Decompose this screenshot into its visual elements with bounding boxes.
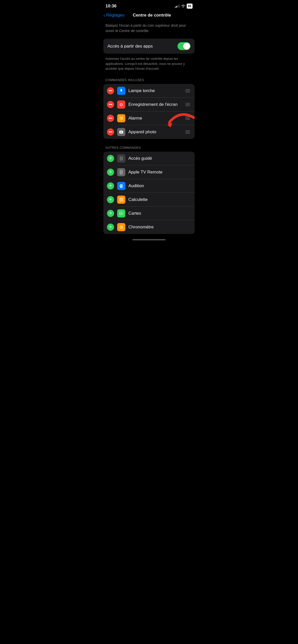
list-item: Appareil photo — [103, 125, 195, 139]
app-icon-lampe — [117, 87, 125, 95]
app-icon-enreg — [117, 100, 125, 109]
status-bar: 10:36 93 — [99, 0, 199, 11]
svg-rect-15 — [120, 198, 121, 199]
other-commands-list: Accès guidé Apple TV Remote Audition — [103, 152, 195, 234]
svg-rect-13 — [121, 173, 121, 173]
remove-button-enreg[interactable] — [107, 101, 114, 108]
page-title: Centre de contrôle — [125, 13, 180, 18]
other-section-header: AUTRES COMMANDES — [99, 146, 199, 152]
section-gap — [99, 139, 199, 146]
app-icon-calculette — [117, 196, 125, 204]
list-item: Lampe torche — [103, 84, 195, 98]
item-label-lampe: Lampe torche — [128, 88, 181, 93]
item-label-chronometre: Chronomètre — [128, 225, 191, 230]
included-section-header: COMMANDES INCLUSES — [99, 78, 199, 84]
drag-handle-alarme[interactable] — [184, 116, 191, 121]
svg-rect-18 — [121, 199, 122, 200]
svg-rect-16 — [120, 199, 120, 200]
item-label-audition: Audition — [128, 183, 191, 188]
app-icon-chronometre — [117, 223, 125, 231]
svg-point-1 — [120, 104, 122, 105]
svg-point-9 — [121, 158, 122, 159]
item-label-apple-tv: Apple TV Remote — [128, 170, 191, 175]
apps-access-toggle-row: Accès à partir des apps — [103, 39, 195, 54]
item-label-cartes: Cartes — [128, 211, 191, 216]
svg-rect-22 — [122, 198, 123, 199]
app-icon-audition — [117, 182, 125, 190]
drag-handle-enreg[interactable] — [184, 102, 191, 107]
add-button-acces-guide[interactable] — [107, 155, 114, 162]
app-icon-acces-guide — [117, 154, 125, 163]
page-description: Balayez l'écran à partir du coin supérie… — [99, 21, 199, 39]
back-chevron-icon: ‹ — [103, 13, 105, 18]
list-item: Audition — [103, 179, 195, 193]
svg-rect-19 — [120, 200, 120, 201]
drag-handle-photo[interactable] — [184, 129, 191, 135]
app-icon-alarme — [117, 114, 125, 122]
svg-rect-17 — [121, 199, 121, 200]
app-icon-cartes — [117, 209, 125, 217]
add-button-apple-tv[interactable] — [107, 169, 114, 176]
remove-button-lampe[interactable] — [107, 87, 114, 94]
status-time: 10:36 — [105, 4, 116, 9]
included-commands-list: Lampe torche Enregistrement de l'écran — [103, 84, 195, 139]
add-button-chronometre[interactable] — [107, 224, 114, 231]
toggle-knob — [183, 43, 190, 50]
apps-access-toggle[interactable] — [178, 42, 191, 50]
add-button-calculette[interactable] — [107, 196, 114, 203]
remove-button-alarme[interactable] — [107, 115, 114, 122]
list-item: Apple TV Remote — [103, 165, 195, 179]
back-label: Réglages — [106, 13, 125, 18]
back-button[interactable]: ‹ Réglages — [103, 13, 125, 18]
svg-point-6 — [121, 131, 122, 133]
home-indicator — [99, 236, 199, 242]
item-label-alarme: Alarme — [128, 116, 181, 121]
toggle-label: Accès à partir des apps — [107, 44, 153, 49]
svg-rect-21 — [121, 200, 122, 201]
wifi-icon — [181, 5, 185, 8]
item-label-calculette: Calculette — [128, 197, 191, 202]
drag-handle-lampe[interactable] — [184, 88, 191, 93]
add-button-cartes[interactable] — [107, 210, 114, 217]
home-bar — [132, 239, 166, 240]
list-item: Chronomètre — [103, 220, 195, 234]
svg-rect-10 — [120, 170, 122, 174]
svg-rect-7 — [120, 130, 122, 131]
signal-icon — [175, 5, 180, 8]
list-item: Accès guidé — [103, 152, 195, 165]
add-button-audition[interactable] — [107, 182, 114, 189]
status-icons: 93 — [175, 4, 193, 9]
svg-rect-26 — [121, 225, 122, 226]
svg-rect-12 — [121, 172, 121, 172]
list-item: Alarme — [103, 111, 195, 125]
navigation-bar: ‹ Réglages Centre de contrôle — [99, 11, 199, 21]
item-label-acces-guide: Accès guidé — [128, 156, 191, 161]
toggle-description: Autorisez l'accès au centre de contrôle … — [99, 54, 199, 78]
svg-rect-23 — [122, 199, 122, 201]
list-item: Cartes — [103, 207, 195, 220]
app-icon-apple-tv — [117, 168, 125, 176]
battery-indicator: 93 — [187, 4, 193, 9]
remove-button-photo[interactable] — [107, 128, 114, 136]
svg-rect-24 — [119, 212, 123, 215]
list-item: Enregistrement de l'écran — [103, 98, 195, 111]
list-item: Calculette — [103, 193, 195, 207]
app-icon-photo — [117, 128, 125, 136]
item-label-photo: Appareil photo — [128, 129, 181, 135]
item-label-enreg: Enregistrement de l'écran — [128, 102, 181, 107]
svg-point-11 — [121, 171, 121, 172]
svg-rect-20 — [121, 200, 121, 201]
